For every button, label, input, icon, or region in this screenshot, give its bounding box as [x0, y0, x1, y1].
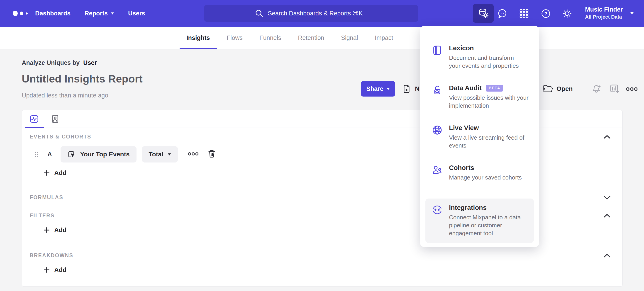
- menu-item-description: Connect Mixpanel to a data pipeline or c…: [449, 214, 529, 237]
- breakdowns-label: BREAKDOWNS: [30, 253, 73, 259]
- aggregation-label: Total: [149, 151, 164, 158]
- document-plus-icon: [402, 84, 411, 94]
- share-caret-down-icon: [387, 88, 390, 90]
- settings-gear-icon[interactable]: [562, 8, 573, 19]
- menu-item-description: View possible issues with your implement…: [449, 94, 529, 110]
- project-scope: All Project Data: [585, 13, 623, 20]
- global-search[interactable]: [204, 5, 418, 22]
- event-name-label: Your Top Events: [80, 151, 130, 158]
- primary-nav: Dashboards Reports Users: [35, 0, 145, 27]
- menu-item-data-audit[interactable]: Data Audit BETA View possible issues wit…: [426, 79, 534, 119]
- add-breakdown-button[interactable]: Add: [44, 266, 611, 274]
- menu-item-description: Document and transform your events and p…: [449, 54, 524, 70]
- user-card-icon: [50, 114, 60, 123]
- search-icon: [255, 9, 264, 18]
- folder-open-icon: [542, 84, 553, 94]
- delete-event-trash-icon[interactable]: [207, 149, 216, 159]
- top-navigation-bar: Dashboards Reports Users: [0, 0, 644, 27]
- nav-users[interactable]: Users: [128, 10, 145, 17]
- tab-retention[interactable]: Retention: [291, 27, 331, 49]
- report-type-tabs: Insights Flows Funnels Retention Signal …: [0, 27, 644, 49]
- sync-arrows-icon: [432, 204, 443, 215]
- mixpanel-logo-icon[interactable]: [13, 0, 28, 27]
- menu-item-title: Integrations: [449, 204, 487, 212]
- nav-reports-label: Reports: [84, 10, 108, 17]
- collapse-chevron-up-icon[interactable]: [604, 213, 611, 218]
- more-actions-ellipsis-icon[interactable]: [626, 87, 638, 92]
- feedback-chat-icon[interactable]: [496, 8, 508, 19]
- project-caret-down-icon: [630, 12, 634, 14]
- nav-reports[interactable]: Reports: [84, 10, 114, 17]
- caret-down-icon: [111, 12, 114, 14]
- analyze-value-selector[interactable]: User: [83, 59, 97, 66]
- menu-item-cohorts[interactable]: Cohorts Manage your saved cohorts: [426, 159, 534, 199]
- event-selector-button[interactable]: Your Top Events: [60, 146, 136, 163]
- aggregation-caret-down-icon: [168, 153, 171, 155]
- tab-events-view[interactable]: [30, 110, 39, 128]
- events-cohorts-label: EVENTS & COHORTS: [30, 134, 92, 140]
- event-options-ellipsis-icon[interactable]: [187, 152, 199, 157]
- open-report-button[interactable]: Open: [542, 82, 573, 96]
- tab-profiles-view[interactable]: [50, 110, 60, 128]
- book-icon: [432, 45, 443, 56]
- analyze-prefix-label: Analyze Uniques by: [22, 59, 80, 66]
- mixpanel-app: Dashboards Reports Users: [0, 0, 644, 291]
- menu-item-integrations[interactable]: Integrations Connect Mixpanel to a data …: [426, 199, 534, 243]
- tab-funnels[interactable]: Funnels: [252, 27, 288, 49]
- beta-badge: BETA: [486, 85, 503, 92]
- expand-chevron-down-icon[interactable]: [604, 195, 611, 200]
- search-input[interactable]: [268, 10, 368, 17]
- people-icon: [432, 165, 443, 175]
- event-letter-label: A: [48, 151, 52, 158]
- open-label: Open: [556, 85, 573, 92]
- tab-flows[interactable]: Flows: [220, 27, 250, 49]
- lock-icon: [432, 85, 443, 96]
- add-event-label: Add: [54, 169, 66, 177]
- create-alert-bell-icon[interactable]: [591, 83, 602, 94]
- updated-timestamp: Updated less than a minute ago: [22, 92, 108, 99]
- menu-item-description: View a live streaming feed of events: [449, 134, 529, 150]
- plus-icon: [44, 227, 50, 233]
- project-switcher[interactable]: Music Finder All Project Data: [585, 5, 623, 20]
- drag-handle-icon[interactable]: [35, 151, 39, 158]
- menu-item-description: Manage your saved cohorts: [449, 174, 522, 182]
- plus-icon: [44, 170, 50, 176]
- tab-insights[interactable]: Insights: [180, 27, 217, 49]
- svg-text:?: ?: [544, 11, 548, 16]
- section-breakdowns: BREAKDOWNS Add: [22, 247, 622, 287]
- insights-pulse-icon: [30, 114, 39, 123]
- help-icon[interactable]: ?: [540, 8, 552, 19]
- aggregation-dropdown[interactable]: Total: [142, 146, 178, 163]
- menu-item-live-view[interactable]: Live View View a live streaming feed of …: [426, 119, 534, 159]
- apps-grid-icon[interactable]: [518, 8, 530, 19]
- share-button[interactable]: Share: [361, 81, 395, 97]
- menu-item-title: Lexicon: [449, 44, 474, 52]
- collapse-chevron-up-icon[interactable]: [604, 134, 611, 139]
- globe-icon: [432, 125, 443, 136]
- add-to-board-icon[interactable]: [609, 83, 620, 94]
- menu-item-title: Cohorts: [449, 164, 474, 172]
- collapse-chevron-up-icon[interactable]: [604, 253, 611, 258]
- analyze-breadcrumb: Analyze Uniques by User: [22, 59, 97, 66]
- plus-icon: [44, 267, 50, 273]
- tab-signal[interactable]: Signal: [334, 27, 365, 49]
- report-title[interactable]: Untitled Insights Report: [22, 72, 143, 85]
- project-name: Music Finder: [585, 5, 623, 13]
- menu-item-title: Data Audit: [449, 84, 482, 92]
- add-breakdown-label: Add: [54, 266, 66, 274]
- menu-item-title: Live View: [449, 124, 479, 132]
- menu-item-lexicon[interactable]: Lexicon Document and transform your even…: [426, 39, 534, 79]
- filters-label: FILTERS: [30, 213, 55, 219]
- formulas-label: FORMULAS: [30, 194, 63, 201]
- data-management-icon[interactable]: [473, 4, 494, 23]
- data-tools-dropdown-panel: Lexicon Document and transform your even…: [420, 26, 539, 247]
- tab-impact[interactable]: Impact: [368, 27, 400, 49]
- nav-dashboards[interactable]: Dashboards: [35, 10, 70, 17]
- share-label: Share: [366, 85, 383, 92]
- select-event-icon: [67, 150, 76, 158]
- add-filter-label: Add: [54, 226, 66, 234]
